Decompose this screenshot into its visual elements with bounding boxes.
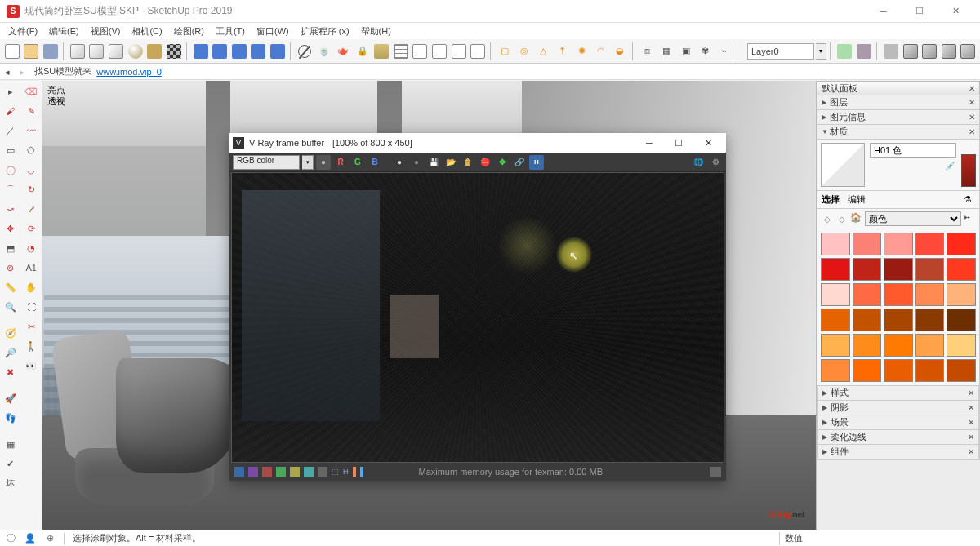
move-tool[interactable]: ✥ xyxy=(2,220,20,237)
color-swatch[interactable] xyxy=(947,233,976,255)
vfb-open[interactable]: 📂 xyxy=(443,155,458,170)
tb-light5[interactable]: ✺ xyxy=(573,41,591,62)
text-tool[interactable]: 🔍 xyxy=(2,298,20,316)
rect-tool[interactable]: ▭ xyxy=(2,141,20,159)
color-swatch[interactable] xyxy=(915,359,945,382)
tray-close-icon[interactable]: ✕ xyxy=(969,84,975,93)
section-shadows[interactable]: ▶阴影✕ xyxy=(817,401,979,415)
vfb-maximize[interactable]: ☐ xyxy=(664,133,693,153)
vfb-link[interactable]: 🔗 xyxy=(512,155,527,170)
palette-select[interactable]: 颜色 xyxy=(865,211,961,226)
arc2-tool[interactable]: ⤻ xyxy=(2,200,20,218)
tb-cube1[interactable] xyxy=(69,41,87,62)
vfb-channel-select[interactable]: RGB color xyxy=(233,155,300,170)
rotate-tool[interactable]: ⟳ xyxy=(22,220,40,237)
color-swatch[interactable] xyxy=(947,334,976,357)
followme-tool[interactable]: ↻ xyxy=(22,180,40,198)
color-swatch[interactable] xyxy=(915,309,945,331)
vfb-dot1[interactable]: ● xyxy=(392,155,407,170)
tape-tool[interactable]: 📏 xyxy=(2,278,20,296)
materials-tab-select[interactable]: 选择 xyxy=(822,193,840,206)
menu-file[interactable]: 文件(F) xyxy=(3,24,42,39)
zoom-tool[interactable]: 🔎 xyxy=(2,344,20,362)
tb-light4[interactable]: ⇡ xyxy=(554,41,572,62)
lang-toggle[interactable]: 坏 xyxy=(2,474,20,492)
vfb-g[interactable]: G xyxy=(350,155,365,170)
menu-extensions[interactable]: 扩展程序 (x) xyxy=(296,24,354,39)
tb-open[interactable] xyxy=(23,41,41,62)
color-swatch[interactable] xyxy=(853,334,882,357)
vfb-r[interactable]: R xyxy=(333,155,348,170)
tb-layers[interactable] xyxy=(372,41,390,62)
color-swatch[interactable] xyxy=(821,309,850,331)
section-scenes[interactable]: ▶场景✕ xyxy=(817,415,979,430)
circle-tool[interactable]: ◯ xyxy=(2,161,20,179)
eyedropper-icon[interactable]: 💉 xyxy=(945,161,956,171)
color-swatch[interactable] xyxy=(853,283,882,306)
orbit-tool[interactable]: 🧭 xyxy=(2,324,20,342)
color-swatch[interactable] xyxy=(915,283,945,306)
tb-obj1[interactable]: ⧈ xyxy=(639,41,657,62)
tb-ex5[interactable] xyxy=(920,41,938,62)
color-swatch[interactable] xyxy=(853,309,882,331)
vfb-close[interactable]: ✕ xyxy=(693,133,723,153)
tb-save[interactable] xyxy=(42,41,60,62)
arc-tool[interactable]: ⌒ xyxy=(2,180,20,198)
tb-vray2[interactable] xyxy=(212,41,229,62)
freehand-tool[interactable]: 〰 xyxy=(22,122,40,140)
section-layers[interactable]: ▶图层✕ xyxy=(817,95,980,110)
pushpull-tool[interactable]: ⬒ xyxy=(2,239,20,257)
zoomext-tool[interactable]: ⛶ xyxy=(22,298,40,316)
section-components[interactable]: ▶组件✕ xyxy=(817,445,979,459)
dim-tool[interactable]: A1 xyxy=(22,259,40,277)
default-tray-header[interactable]: 默认面板✕ xyxy=(817,81,980,95)
tb-ex4[interactable] xyxy=(902,41,920,62)
tb-obj3[interactable]: ▣ xyxy=(677,41,695,62)
tb-obj4[interactable]: ✾ xyxy=(696,41,714,62)
vtool-1[interactable]: 🚀 xyxy=(2,389,20,407)
color-swatch[interactable] xyxy=(884,258,913,281)
tb-grid1[interactable] xyxy=(392,41,410,62)
tb-sphere[interactable] xyxy=(127,41,145,62)
vtool-2[interactable]: 👣 xyxy=(2,409,20,427)
tb-vray1[interactable] xyxy=(192,41,210,62)
tb-ex7[interactable] xyxy=(959,41,977,62)
vfb-minimize[interactable]: ─ xyxy=(635,133,664,153)
tb-vray5[interactable] xyxy=(269,41,287,62)
color-swatch[interactable] xyxy=(853,233,882,255)
vfb-hist[interactable]: H xyxy=(529,155,544,170)
pan-tool[interactable]: ✋ xyxy=(22,278,40,296)
tb-light7[interactable]: ◒ xyxy=(612,41,630,62)
vfb-mono[interactable]: ● xyxy=(316,155,331,170)
tb-teapot2[interactable]: 🫖 xyxy=(334,41,352,62)
pencil-tool[interactable]: ✎ xyxy=(22,102,40,120)
tb-cube2[interactable] xyxy=(88,41,106,62)
tb-check[interactable] xyxy=(165,41,183,62)
section-materials[interactable]: ▼材质✕ xyxy=(817,125,980,140)
color-swatch[interactable] xyxy=(821,283,850,306)
vfb-channel-dropdown[interactable]: ▾ xyxy=(302,155,314,170)
walk-tool[interactable]: 🚶 xyxy=(22,337,40,355)
tb-vray4[interactable] xyxy=(250,41,268,62)
color-swatch[interactable] xyxy=(853,359,882,382)
color-swatch[interactable] xyxy=(884,309,913,331)
maximize-button[interactable]: ☐ xyxy=(902,0,938,23)
status-info-icon[interactable]: ⓘ xyxy=(5,533,16,544)
tb-obj5[interactable]: ⌁ xyxy=(715,41,733,62)
color-swatch[interactable] xyxy=(884,334,913,357)
tb-ex2[interactable] xyxy=(855,41,873,62)
tb-obj2[interactable]: ▦ xyxy=(657,41,675,62)
vfb-settings[interactable]: ⚙ xyxy=(708,155,723,170)
color-swatch[interactable] xyxy=(915,258,945,281)
vray-frame-buffer[interactable]: V V-Ray frame buffer - [100% of 800 x 45… xyxy=(229,133,726,481)
vfb-globe[interactable]: 🌐 xyxy=(691,155,706,170)
vfb-clear[interactable]: 🗑 xyxy=(461,155,475,170)
tb-win4[interactable] xyxy=(469,41,487,62)
tb-ex3[interactable] xyxy=(882,41,900,62)
color-swatch[interactable] xyxy=(821,233,850,255)
scale-tool[interactable]: ⤢ xyxy=(22,200,40,218)
section-styles[interactable]: ▶样式✕ xyxy=(817,386,979,401)
menu-draw[interactable]: 绘图(R) xyxy=(169,24,209,39)
menu-edit[interactable]: 编辑(E) xyxy=(44,24,84,39)
color-swatch[interactable] xyxy=(884,233,913,255)
